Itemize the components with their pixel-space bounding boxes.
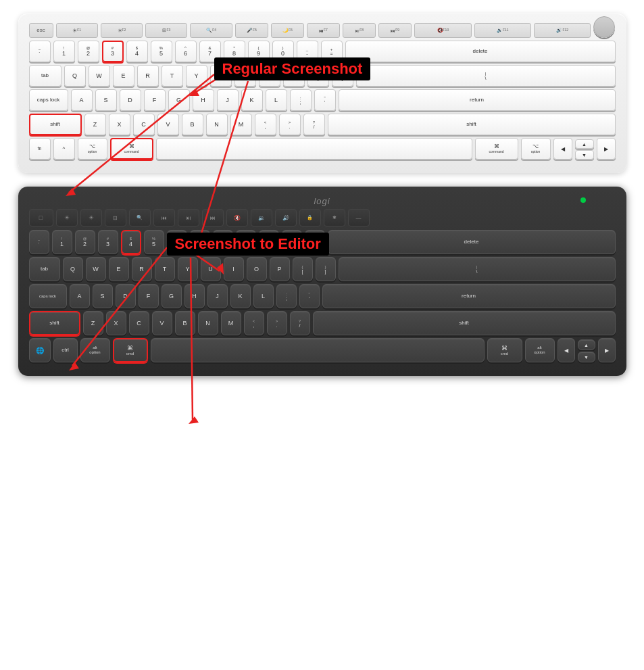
key-f[interactable]: F xyxy=(144,89,166,111)
key-d-quote[interactable]: "' xyxy=(299,284,320,308)
key-arrow-up[interactable]: ▲ xyxy=(575,139,594,149)
key-d-c[interactable]: C xyxy=(129,311,149,335)
key-quote[interactable]: "' xyxy=(314,89,336,111)
key-f5[interactable]: 🎤F5 xyxy=(235,23,268,38)
key-d-fn7[interactable]: ⏯ xyxy=(178,209,199,226)
key-9[interactable]: (9 xyxy=(248,41,270,62)
key-f9[interactable]: ⏭F9 xyxy=(378,23,412,38)
key-d-cmd-highlighted[interactable]: ⌘cmd xyxy=(113,338,148,362)
key-7[interactable]: &7 xyxy=(199,41,221,62)
key-d-8[interactable]: *8 xyxy=(213,230,233,254)
key-u[interactable]: U xyxy=(210,65,232,87)
key-comma[interactable]: <, xyxy=(255,114,276,135)
key-e[interactable]: E xyxy=(113,65,134,87)
key-esc[interactable]: esc xyxy=(29,23,53,38)
key-option-left[interactable]: ⌥option xyxy=(78,138,107,160)
key-d-t[interactable]: T xyxy=(155,257,175,281)
key-3-highlighted[interactable]: #3 xyxy=(102,41,124,62)
key-d-q[interactable]: Q xyxy=(63,257,83,281)
key-d-return[interactable]: return xyxy=(322,284,616,308)
key-d-u[interactable]: U xyxy=(201,257,221,281)
key-d-3[interactable]: #3 xyxy=(98,230,118,254)
key-semicolon[interactable]: :; xyxy=(290,89,312,111)
key-d-delete[interactable]: delete xyxy=(328,230,616,254)
key-backslash[interactable]: |\ xyxy=(356,65,616,87)
key-i[interactable]: I xyxy=(234,65,256,87)
key-d-arrow-up[interactable]: ▲ xyxy=(578,339,595,350)
key-return[interactable]: return xyxy=(339,89,616,111)
key-d-fn12[interactable]: 🔒 xyxy=(299,209,321,226)
key-w[interactable]: W xyxy=(89,65,110,87)
key-d-fn4[interactable]: ⊟ xyxy=(105,209,126,226)
key-d-tilde[interactable]: ~` xyxy=(29,230,49,254)
key-f2[interactable]: ☀F2 xyxy=(101,23,143,38)
key-minus[interactable]: _- xyxy=(297,41,318,62)
key-d-shift-left-highlighted[interactable]: shift xyxy=(29,311,80,335)
key-arrow-right[interactable]: ▶ xyxy=(597,138,616,160)
key-d-a[interactable]: A xyxy=(70,284,90,308)
key-f12[interactable]: 🔊F12 xyxy=(534,23,591,38)
key-h[interactable]: H xyxy=(193,89,214,111)
key-d-e[interactable]: E xyxy=(109,257,129,281)
key-d-0[interactable]: )0 xyxy=(259,230,279,254)
key-d-shift-right[interactable]: shift xyxy=(313,311,616,335)
key-d-backslash[interactable]: |\ xyxy=(339,257,616,281)
key-f7[interactable]: ⏮F7 xyxy=(307,23,340,38)
key-command-right[interactable]: ⌘command xyxy=(475,138,518,160)
key-d-g[interactable]: G xyxy=(162,284,182,308)
key-arrow-left[interactable]: ◀ xyxy=(553,138,572,160)
key-b[interactable]: B xyxy=(182,114,203,135)
key-d-m[interactable]: M xyxy=(221,311,241,335)
key-d-h[interactable]: H xyxy=(184,284,205,308)
key-v[interactable]: V xyxy=(157,114,179,135)
key-t[interactable]: T xyxy=(162,65,183,87)
key-ctrl-icon[interactable]: ^ xyxy=(53,138,75,160)
key-y[interactable]: Y xyxy=(186,65,207,87)
key-d-9[interactable]: (9 xyxy=(236,230,256,254)
key-d-alt-right[interactable]: altoption xyxy=(525,338,555,362)
key-d-x[interactable]: X xyxy=(106,311,126,335)
key-tab[interactable]: tab xyxy=(29,65,61,87)
key-z[interactable]: Z xyxy=(84,114,106,135)
key-d-alt-option[interactable]: altoption xyxy=(80,338,110,362)
key-d-fn5[interactable]: 🔍 xyxy=(129,209,151,226)
key-delete[interactable]: delete xyxy=(345,41,616,62)
key-d-fn10[interactable]: 🔉 xyxy=(251,209,272,226)
key-d-fn8[interactable]: ⏭ xyxy=(202,209,224,226)
key-g[interactable]: G xyxy=(168,89,190,111)
key-arrow-down[interactable]: ▼ xyxy=(575,150,594,160)
key-d-period[interactable]: >. xyxy=(267,311,287,335)
key-d-fn13[interactable]: ✱ xyxy=(324,209,345,226)
key-1[interactable]: !1 xyxy=(53,41,75,62)
key-d-j[interactable]: J xyxy=(207,284,228,308)
key-d-fn11[interactable]: 🔊 xyxy=(275,209,297,226)
key-d-fn9[interactable]: 🔇 xyxy=(226,209,248,226)
key-d-6[interactable]: ^6 xyxy=(167,230,187,254)
key-d-equals[interactable]: += xyxy=(305,230,325,254)
key-d-o[interactable]: O xyxy=(247,257,267,281)
key-f8[interactable]: ⏯F8 xyxy=(343,23,376,38)
key-d-arrow-right[interactable]: ▶ xyxy=(598,338,616,362)
key-d-r[interactable]: R xyxy=(132,257,152,281)
key-d-lbracket[interactable]: {[ xyxy=(293,257,313,281)
key-5[interactable]: %5 xyxy=(151,41,172,62)
key-d-p[interactable]: P xyxy=(270,257,290,281)
key-d-z[interactable]: Z xyxy=(83,311,103,335)
key-option-right[interactable]: ⌥option xyxy=(521,138,551,160)
key-period[interactable]: >. xyxy=(279,114,301,135)
key-d-arrow-left[interactable]: ◀ xyxy=(558,338,575,362)
key-4[interactable]: $4 xyxy=(126,41,148,62)
key-d-2[interactable]: @2 xyxy=(75,230,95,254)
key-d-f[interactable]: F xyxy=(139,284,159,308)
key-d-capslock[interactable]: caps lock xyxy=(29,284,67,308)
key-q[interactable]: Q xyxy=(64,65,86,87)
key-rbracket[interactable]: }] xyxy=(332,65,353,87)
key-d-l[interactable]: L xyxy=(253,284,274,308)
key-equals[interactable]: += xyxy=(321,41,343,62)
key-d-5[interactable]: %5 xyxy=(144,230,164,254)
key-c[interactable]: C xyxy=(133,114,155,135)
key-f1[interactable]: ☀F1 xyxy=(56,23,98,38)
key-d-minus[interactable]: _- xyxy=(282,230,302,254)
key-r[interactable]: R xyxy=(137,65,159,87)
key-d-space[interactable] xyxy=(151,338,485,362)
